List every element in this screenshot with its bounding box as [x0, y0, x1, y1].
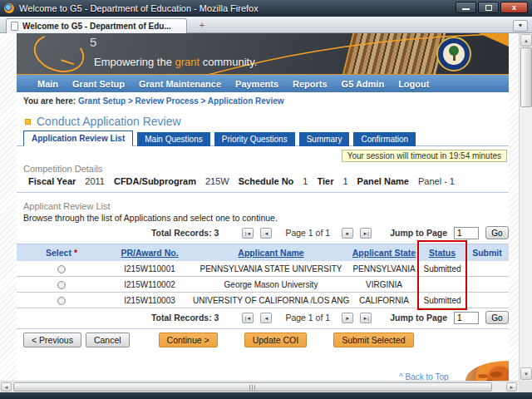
competition-details-fields: Fiscal Year 2011 CFDA/Subprogram 215W Sc…	[28, 176, 455, 186]
applicant-name: George Mason University	[193, 280, 349, 289]
field-value-panel-name: Panel - 1	[418, 176, 455, 186]
go-button[interactable]: Go	[485, 311, 509, 324]
tab-application-review-list[interactable]: Application Review List	[23, 131, 133, 146]
nav-item-logout[interactable]: Logout	[398, 79, 429, 89]
page-icon	[11, 22, 18, 31]
field-label-panel-name: Panel Name	[357, 176, 409, 186]
field-label-schedule-no: Schedule No	[239, 176, 294, 186]
applicant-name: PENNSYLVANIA STATE UNIVERSITY	[193, 264, 349, 273]
action-buttons: < Previous Cancel Continue > Update COI …	[23, 332, 414, 347]
field-value-tier: 1	[342, 176, 347, 186]
page-title-row: Conduct Application Review	[25, 115, 181, 128]
tab-summary[interactable]: Summary	[299, 132, 350, 146]
nav-item-grant-setup[interactable]: Grant Setup	[72, 79, 125, 89]
last-page-button[interactable]: ►|	[360, 228, 372, 239]
col-pr-award-sort-link[interactable]: PR/Award No.	[121, 248, 178, 258]
minimize-icon	[462, 8, 470, 10]
table-row: I215W110003 UNIVERSITY OF CALIFORNIA /LO…	[17, 293, 509, 308]
previous-button[interactable]: < Previous	[23, 332, 81, 347]
status-value: Submitted	[419, 264, 466, 273]
close-button[interactable]: x	[500, 2, 528, 13]
browser-tab-title: Welcome to G5 - Department of Edu...	[22, 22, 171, 31]
last-page-button[interactable]: ►|	[360, 313, 372, 323]
breadcrumb-link-review-process[interactable]: Review Process	[135, 96, 199, 106]
scroll-left-icon[interactable]: ◄	[1, 382, 12, 392]
first-page-button[interactable]: |◄	[242, 313, 254, 323]
field-value-fiscal-year: 2011	[85, 176, 105, 186]
window-controls: x	[456, 2, 528, 13]
page-tabs: Application Review List Main Questions P…	[23, 131, 509, 146]
col-status-sort-link[interactable]: Status	[429, 248, 456, 258]
col-applicant-name-sort-link[interactable]: Applicant Name	[238, 248, 303, 258]
jump-to-page-input[interactable]	[454, 312, 479, 324]
prev-page-button[interactable]: ◄	[260, 313, 272, 323]
nav-item-grant-maintenance[interactable]: Grant Maintenance	[139, 79, 221, 89]
maximize-button[interactable]	[478, 2, 499, 13]
select-radio-row1[interactable]	[57, 265, 66, 273]
g5-logo-sup: 5	[90, 35, 96, 49]
horizontal-scrollbar[interactable]: ◄ ►	[0, 381, 519, 392]
nav-item-reports[interactable]: Reports	[293, 79, 328, 89]
first-page-button[interactable]: |◄	[242, 228, 254, 239]
go-button[interactable]: Go	[485, 226, 509, 239]
applicant-table: Select * PR/Award No. Applicant Name App…	[17, 244, 509, 308]
col-applicant-state-sort-link[interactable]: Applicant State	[352, 248, 416, 258]
scroll-right-icon[interactable]: ►	[506, 382, 517, 392]
divider	[17, 328, 509, 329]
select-radio-row3[interactable]	[57, 297, 66, 305]
new-tab-button[interactable]: +	[193, 21, 211, 32]
table-header-row: Select * PR/Award No. Applicant Name App…	[17, 244, 509, 261]
bullet-icon	[25, 119, 31, 125]
jump-to-page-input[interactable]	[454, 227, 479, 239]
scroll-down-icon[interactable]: ▼	[520, 367, 532, 380]
status-value: Submitted	[419, 296, 466, 305]
tab-confirmation[interactable]: Confirmation	[353, 132, 416, 146]
prev-page-button[interactable]: ◄	[260, 228, 272, 239]
applicant-state: VIRGINIA	[349, 280, 419, 289]
applicant-state: PENNSYLVANIA	[349, 264, 419, 273]
tagline-accent: grant	[175, 56, 200, 68]
breadcrumb-separator: >	[128, 96, 133, 106]
breadcrumb-link-grant-setup[interactable]: Grant Setup	[78, 96, 126, 106]
classroom-corner-image	[466, 361, 509, 381]
total-records: Total Records: 3	[151, 313, 219, 323]
tab-list-dropdown[interactable]: ▼	[513, 20, 528, 32]
horizontal-scroll-thumb[interactable]	[13, 382, 492, 392]
pager-bottom: Total Records: 3 |◄ ◄ Page 1 of 1 ► ►| J…	[17, 310, 509, 325]
minimize-button[interactable]	[456, 2, 476, 13]
field-value-schedule-no: 1	[303, 176, 308, 186]
tab-priority-questions[interactable]: Priority Questions	[214, 132, 295, 146]
update-coi-button[interactable]: Update COI	[244, 332, 307, 347]
page-indicator: Page 1 of 1	[285, 228, 330, 238]
breadcrumb-separator: >	[201, 96, 206, 106]
submit-selected-button[interactable]: Submit Selected	[333, 332, 413, 347]
scroll-grip	[249, 385, 256, 391]
vertical-scrollbar[interactable]: ▲ ▼	[519, 33, 532, 381]
next-page-button[interactable]: ►	[342, 313, 353, 323]
nav-item-main[interactable]: Main	[37, 79, 58, 89]
tab-main-questions[interactable]: Main Questions	[137, 132, 209, 146]
tagline-suffix: community.	[200, 56, 257, 68]
field-label-cfda: CFDA/Subprogram	[114, 176, 196, 186]
vertical-scroll-thumb[interactable]	[520, 47, 532, 107]
continue-button[interactable]: Continue >	[159, 332, 218, 347]
next-page-button[interactable]: ►	[342, 228, 353, 239]
page-title: Conduct Application Review	[37, 115, 181, 128]
page-indicator: Page 1 of 1	[285, 313, 330, 323]
col-select-label: Select	[46, 248, 71, 258]
nav-item-g5-admin[interactable]: G5 Admin	[342, 79, 385, 89]
applicant-review-list-heading: Applicant Review List	[23, 201, 111, 211]
table-row: I215W110001 PENNSYLVANIA STATE UNIVERSIT…	[17, 261, 509, 277]
nav-item-payments[interactable]: Payments	[235, 79, 278, 89]
dept-of-education-seal	[436, 37, 471, 71]
browser-tab[interactable]: Welcome to G5 - Department of Edu...	[6, 18, 187, 33]
scrollbar-corner	[519, 381, 532, 392]
browser-window: Welcome to G5 - Department of Education …	[0, 0, 532, 399]
select-radio-row2[interactable]	[57, 281, 66, 289]
scroll-up-icon[interactable]: ▲	[520, 34, 532, 47]
breadcrumb-link-application-review[interactable]: Application Review	[208, 96, 284, 106]
pr-award-no: I215W110001	[106, 264, 193, 273]
main-nav: Main Grant Setup Grant Maintenance Payme…	[17, 75, 509, 92]
jump-to-page-label: Jump to Page	[390, 313, 447, 323]
cancel-button[interactable]: Cancel	[86, 332, 130, 347]
